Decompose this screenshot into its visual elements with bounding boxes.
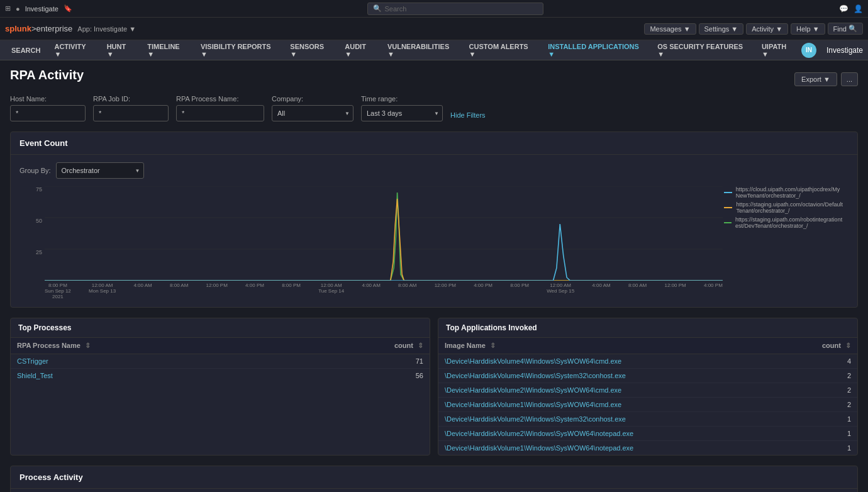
image-name-cell[interactable]: \Device\HarddiskVolume2\Windows\System32… bbox=[438, 412, 786, 427]
table-row: \Device\HarddiskVolume2\Windows\SysWOW64… bbox=[438, 427, 857, 441]
event-count-chart: 75 50 25 bbox=[19, 186, 849, 299]
rpa-job-id-input[interactable] bbox=[93, 105, 169, 121]
table-row: Shield_Test 56 bbox=[11, 369, 430, 383]
appbar: splunk>enterprise App: Investigate ▼ Mes… bbox=[0, 18, 868, 40]
nav-custom-alerts[interactable]: CUSTOM ALERTS ▼ bbox=[463, 40, 541, 60]
process-count-cell: 56 bbox=[293, 369, 430, 383]
hide-filters-link[interactable]: Hide Filters bbox=[450, 111, 486, 121]
company-select[interactable]: All bbox=[272, 105, 353, 121]
table-row: \Device\HarddiskVolume2\Windows\SysWOW64… bbox=[438, 383, 857, 398]
rpa-process-name-input[interactable] bbox=[176, 105, 264, 121]
top-apps-card: Top Applications Invoked Image Name ⇕ co… bbox=[438, 318, 858, 456]
investigate-label[interactable]: Investigate bbox=[25, 5, 58, 13]
nav-timeline[interactable]: TIMELINE ▼ bbox=[141, 40, 193, 60]
image-name-cell[interactable]: \Device\HarddiskVolume2\Windows\SysWOW64… bbox=[438, 383, 786, 398]
image-name-cell[interactable]: \Device\HarddiskVolume4\Windows\SysWOW64… bbox=[438, 354, 786, 369]
x-label-1: 8:00 PMSun Sep 122021 bbox=[45, 282, 71, 299]
x-label-4: 8:00 AM bbox=[170, 282, 188, 299]
image-name-cell[interactable]: \Device\HarddiskVolume4\Windows\System32… bbox=[438, 369, 786, 383]
x-label-11: 12:00 PM bbox=[435, 282, 456, 299]
line-orange bbox=[45, 199, 723, 281]
find-button[interactable]: Find 🔍 bbox=[828, 23, 863, 35]
time-range-filter: Time range: Last 3 days Last 24 hours La… bbox=[361, 95, 443, 121]
host-name-filter: Host Name: bbox=[10, 95, 86, 121]
nav-search[interactable]: SEARCH bbox=[5, 40, 47, 60]
nav-hunt[interactable]: HUNT ▼ bbox=[101, 40, 140, 60]
process-activity-body: Command Line: Image File Name: Timestamp… bbox=[11, 489, 857, 492]
group-by-select[interactable]: Orchestrator Host Name Process Name bbox=[56, 162, 144, 179]
line-teal bbox=[45, 224, 723, 281]
time-range-select[interactable]: Last 3 days Last 24 hours Last 7 days bbox=[361, 105, 443, 121]
x-label-7: 8:00 PM bbox=[282, 282, 301, 299]
process-activity-title: Process Activity bbox=[19, 472, 83, 482]
app-label[interactable]: App: Investigate ▼ bbox=[77, 25, 136, 33]
legend-item-2: https://staging.uipath.com/octavion/Defa… bbox=[724, 201, 843, 214]
col-image-name[interactable]: Image Name ⇕ bbox=[438, 338, 786, 354]
topbar-search-box[interactable]: 🔍 Search bbox=[367, 3, 543, 15]
nav-activity[interactable]: ACTIVITY ▼ bbox=[48, 40, 99, 60]
topbar-icons: ⊞ ● Investigate 🔖 bbox=[5, 4, 72, 13]
find-icon: 🔍 bbox=[849, 25, 857, 33]
top-apps-title: Top Applications Invoked bbox=[438, 318, 857, 338]
messages-button[interactable]: Messages ▼ bbox=[644, 23, 696, 35]
col-process-name[interactable]: RPA Process Name ⇕ bbox=[11, 338, 293, 354]
two-col-section: Top Processes RPA Process Name ⇕ count ⇕… bbox=[10, 318, 858, 456]
x-label-14: 12:00 AMWed Sep 15 bbox=[547, 282, 574, 299]
rpa-process-name-label: RPA Process Name: bbox=[176, 95, 264, 103]
y-label-25: 25 bbox=[19, 249, 42, 255]
time-range-select-wrap: Last 3 days Last 24 hours Last 7 days bbox=[361, 105, 443, 121]
grid-icon[interactable]: ⊞ bbox=[5, 4, 11, 13]
y-label-50: 50 bbox=[19, 218, 42, 224]
export-button[interactable]: Export ▼ bbox=[794, 72, 837, 86]
bookmark-icon[interactable]: 🔖 bbox=[64, 4, 72, 13]
image-name-cell[interactable]: \Device\HarddiskVolume1\Windows\SysWOW64… bbox=[438, 398, 786, 412]
nav-right: IN Investigate bbox=[801, 43, 863, 58]
time-range-label: Time range: bbox=[361, 95, 443, 103]
image-name-cell[interactable]: \Device\HarddiskVolume1\Windows\SysWOW64… bbox=[438, 441, 786, 456]
x-label-8: 12:00 AMTue Sep 14 bbox=[318, 282, 344, 299]
help-button[interactable]: Help ▼ bbox=[791, 23, 825, 35]
top-apps-scroll[interactable]: Image Name ⇕ count ⇕ \Device\HarddiskVol… bbox=[438, 338, 857, 455]
settings-button[interactable]: Settings ▼ bbox=[699, 23, 744, 35]
table-row: \Device\HarddiskVolume2\Windows\System32… bbox=[438, 412, 857, 427]
x-label-15: 4:00 AM bbox=[592, 282, 610, 299]
legend-item-3: https://staging.uipath.com/robotintegrat… bbox=[724, 216, 843, 229]
top-apps-table: Image Name ⇕ count ⇕ \Device\HarddiskVol… bbox=[438, 338, 857, 455]
navbar: SEARCH ACTIVITY ▼ HUNT ▼ TIMELINE ▼ VISI… bbox=[0, 40, 868, 60]
host-name-input[interactable] bbox=[10, 105, 86, 121]
rpa-job-id-label: RPA Job ID: bbox=[93, 95, 169, 103]
nav-audit[interactable]: AUDIT ▼ bbox=[338, 40, 380, 60]
nav-uipath[interactable]: UIPATH ▼ bbox=[755, 40, 800, 60]
process-name-cell[interactable]: Shield_Test bbox=[11, 369, 293, 383]
page-header-row: RPA Activity Export ▼ ... bbox=[10, 68, 858, 90]
app-count-cell: 4 bbox=[786, 354, 857, 369]
more-button[interactable]: ... bbox=[841, 72, 858, 86]
image-name-cell[interactable]: \Device\HarddiskVolume2\Windows\SysWOW64… bbox=[438, 427, 786, 441]
top-processes-scroll[interactable]: RPA Process Name ⇕ count ⇕ CSTrigger 71 … bbox=[11, 338, 430, 383]
process-name-cell[interactable]: CSTrigger bbox=[11, 354, 293, 369]
user-icon[interactable]: 👤 bbox=[854, 4, 863, 13]
nav-os-security[interactable]: OS SECURITY FEATURES ▼ bbox=[651, 40, 754, 60]
app-count-cell: 2 bbox=[786, 369, 857, 383]
legend-label-1: https://cloud.uipath.com/uipathjocdrex/M… bbox=[736, 186, 843, 199]
line-green bbox=[45, 193, 723, 281]
nav-vulnerabilities[interactable]: VULNERABILITIES ▼ bbox=[381, 40, 462, 60]
splunk-icon[interactable]: ● bbox=[16, 5, 20, 13]
top-processes-card: Top Processes RPA Process Name ⇕ count ⇕… bbox=[10, 318, 430, 456]
activity-button[interactable]: Activity ▼ bbox=[746, 23, 788, 35]
topbar: ⊞ ● Investigate 🔖 🔍 Search 💬 👤 bbox=[0, 0, 868, 18]
app-count-cell: 2 bbox=[786, 383, 857, 398]
nav-investigate-label: Investigate bbox=[826, 46, 863, 55]
app-count-cell: 1 bbox=[786, 427, 857, 441]
group-by-select-wrap: Orchestrator Host Name Process Name bbox=[56, 162, 144, 179]
col-process-count[interactable]: count ⇕ bbox=[293, 338, 430, 354]
col-app-count[interactable]: count ⇕ bbox=[786, 338, 857, 354]
nav-visibility[interactable]: VISIBILITY REPORTS ▼ bbox=[194, 40, 282, 60]
header-actions: Export ▼ ... bbox=[794, 72, 858, 86]
nav-installed-apps[interactable]: INSTALLED APPLICATIONS ▼ bbox=[542, 40, 650, 60]
chat-icon[interactable]: 💬 bbox=[839, 4, 849, 13]
topbar-right: 💬 👤 bbox=[839, 4, 863, 13]
x-label-18: 4:00 PM bbox=[704, 282, 723, 299]
group-by-row: Group By: Orchestrator Host Name Process… bbox=[19, 162, 849, 179]
nav-sensors[interactable]: SENSORS ▼ bbox=[284, 40, 337, 60]
